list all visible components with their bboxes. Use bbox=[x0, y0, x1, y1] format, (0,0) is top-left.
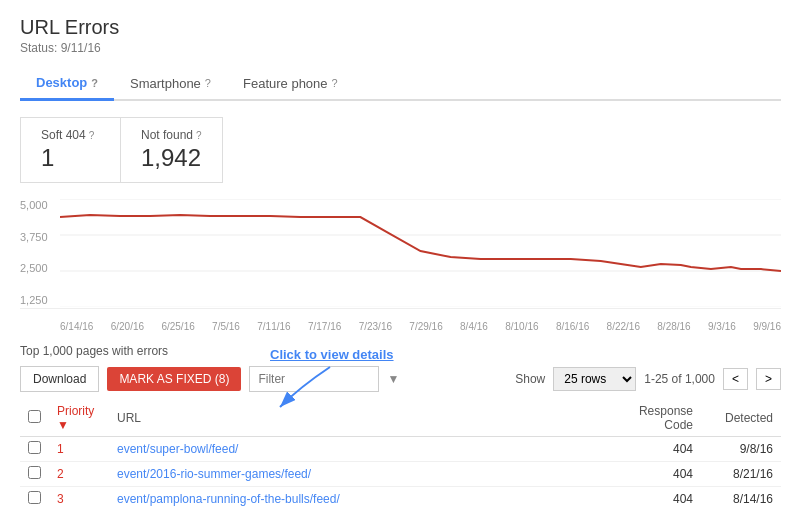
tabs-container: Desktop ? Smartphone ? Feature phone ? bbox=[20, 67, 781, 101]
chart-y-labels: 5,000 3,750 2,500 1,250 bbox=[20, 199, 48, 308]
toolbar: Download MARK AS FIXED (8) ▼ Show 25 row… bbox=[20, 366, 781, 392]
cell-detected-1: 9/8/16 bbox=[701, 437, 781, 462]
x-label: 6/14/16 bbox=[60, 321, 93, 332]
tab-feature-phone[interactable]: Feature phone ? bbox=[227, 67, 354, 99]
cell-response-3: 404 bbox=[601, 487, 701, 508]
x-label: 8/16/16 bbox=[556, 321, 589, 332]
x-label: 7/5/16 bbox=[212, 321, 240, 332]
cell-priority-3: 3 bbox=[49, 487, 109, 508]
x-label: 6/25/16 bbox=[161, 321, 194, 332]
page-status: Status: 9/11/16 bbox=[20, 41, 781, 55]
x-label: 7/17/16 bbox=[308, 321, 341, 332]
metrics-row: Soft 404 ? 1 Not found ? 1,942 bbox=[20, 117, 223, 183]
cell-response-2: 404 bbox=[601, 462, 701, 487]
row-checkbox-1[interactable] bbox=[28, 441, 41, 454]
pagination-info: 1-25 of 1,000 bbox=[644, 372, 715, 386]
table-header-row: Priority ▼ URL Response Code Detected bbox=[20, 400, 781, 437]
select-all-checkbox[interactable] bbox=[28, 410, 41, 423]
col-header-priority: Priority ▼ bbox=[49, 400, 109, 437]
rows-select[interactable]: 25 rows 50 rows 100 rows bbox=[553, 367, 636, 391]
y-label-4: 1,250 bbox=[20, 294, 48, 306]
x-label: 8/28/16 bbox=[657, 321, 690, 332]
page-title: URL Errors bbox=[20, 16, 781, 39]
x-label: 7/29/16 bbox=[409, 321, 442, 332]
chart-container: 5,000 3,750 2,500 1,250 6/14/16 6/20/16 … bbox=[20, 199, 781, 334]
metric-notfound-label: Not found bbox=[141, 128, 193, 142]
metric-notfound: Not found ? 1,942 bbox=[121, 118, 222, 182]
x-label: 9/3/16 bbox=[708, 321, 736, 332]
data-table: Priority ▼ URL Response Code Detected 1 … bbox=[20, 400, 781, 507]
cell-url-2[interactable]: event/2016-rio-summer-games/feed/ bbox=[109, 462, 570, 487]
row-checkbox-3[interactable] bbox=[28, 491, 41, 504]
cell-url-1[interactable]: event/super-bowl/feed/ bbox=[109, 437, 570, 462]
cell-url-3[interactable]: event/pamplona-running-of-the-bulls/feed… bbox=[109, 487, 570, 508]
col-header-response: Response Code bbox=[601, 400, 701, 437]
show-label: Show bbox=[515, 372, 545, 386]
help-icon-soft404: ? bbox=[89, 130, 95, 141]
table-header: Top 1,000 pages with errors bbox=[20, 344, 781, 358]
chart-svg bbox=[60, 199, 781, 307]
prev-page-button[interactable]: < bbox=[723, 368, 748, 390]
y-label-1: 5,000 bbox=[20, 199, 48, 211]
help-icon-smartphone: ? bbox=[205, 77, 211, 89]
table-row: 1 event/super-bowl/feed/ 404 9/8/16 bbox=[20, 437, 781, 462]
annotation-arrow bbox=[270, 362, 390, 412]
table-row: 2 event/2016-rio-summer-games/feed/ 404 … bbox=[20, 462, 781, 487]
x-label: 9/9/16 bbox=[753, 321, 781, 332]
x-label: 8/4/16 bbox=[460, 321, 488, 332]
mark-fixed-button[interactable]: MARK AS FIXED (8) bbox=[107, 367, 241, 391]
cell-priority-2: 2 bbox=[49, 462, 109, 487]
x-label: 7/23/16 bbox=[359, 321, 392, 332]
download-button[interactable]: Download bbox=[20, 366, 99, 392]
click-annotation-text: Click to view details bbox=[270, 347, 394, 362]
help-icon-notfound: ? bbox=[196, 130, 202, 141]
row-checkbox-2[interactable] bbox=[28, 466, 41, 479]
table-row: 3 event/pamplona-running-of-the-bulls/fe… bbox=[20, 487, 781, 508]
cell-response-1: 404 bbox=[601, 437, 701, 462]
x-label: 8/22/16 bbox=[607, 321, 640, 332]
y-label-2: 3,750 bbox=[20, 231, 48, 243]
x-label: 6/20/16 bbox=[111, 321, 144, 332]
x-label: 7/11/16 bbox=[257, 321, 290, 332]
x-label: 8/10/16 bbox=[505, 321, 538, 332]
cell-detected-3: 8/14/16 bbox=[701, 487, 781, 508]
metric-notfound-value: 1,942 bbox=[141, 144, 202, 172]
help-icon-feature-phone: ? bbox=[332, 77, 338, 89]
cell-detected-2: 8/21/16 bbox=[701, 462, 781, 487]
metric-soft404-value: 1 bbox=[41, 144, 100, 172]
help-icon-desktop: ? bbox=[91, 77, 98, 89]
cell-priority-1: 1 bbox=[49, 437, 109, 462]
tab-desktop[interactable]: Desktop ? bbox=[20, 67, 114, 101]
tab-smartphone[interactable]: Smartphone ? bbox=[114, 67, 227, 99]
y-label-3: 2,500 bbox=[20, 262, 48, 274]
metric-soft404: Soft 404 ? 1 bbox=[21, 118, 121, 182]
col-header-detected: Detected bbox=[701, 400, 781, 437]
metric-soft404-label: Soft 404 bbox=[41, 128, 86, 142]
chart-area: 5,000 3,750 2,500 1,250 bbox=[20, 199, 781, 309]
chart-x-labels: 6/14/16 6/20/16 6/25/16 7/5/16 7/11/16 7… bbox=[20, 319, 781, 334]
next-page-button[interactable]: > bbox=[756, 368, 781, 390]
